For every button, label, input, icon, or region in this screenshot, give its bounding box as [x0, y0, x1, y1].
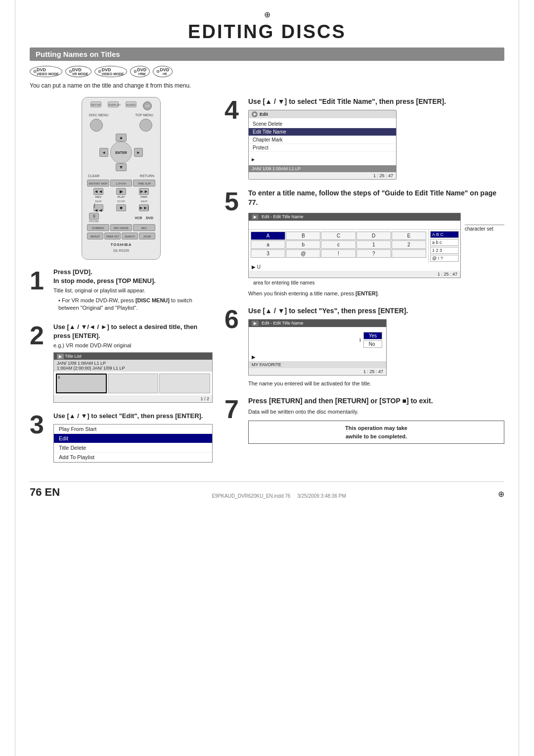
tl-screen-header: ▶ Title List [54, 353, 212, 360]
footer-file-info: E9PKAUD_DVR620KU_EN.indd 76 3/25/2009 3:… [212, 493, 346, 499]
yesno-footer-label: MY FAVORITE [249, 361, 386, 368]
zoom-btn: ZOOM [139, 233, 155, 239]
page-footer: 76 EN E9PKAUD_DVR620KU_EN.indd 76 3/25/2… [30, 481, 504, 499]
char-sidebar: A B C a b c 1 2 3 @ ! ? [428, 230, 460, 263]
tl-footer: 1 / 2 [54, 395, 212, 402]
char-3: 3 [251, 249, 285, 258]
step-2: 2 Use [▲ / ▼/◄ / ►] to select a desired … [30, 323, 213, 403]
char-E: E [392, 232, 426, 240]
page-title: EDITING DISCS [30, 21, 504, 43]
edit-screen-info: JAN/ 1/09 1:00AM L1 LP [249, 165, 396, 172]
edit-menu-chapter: Chapter Mark [249, 136, 396, 144]
dvd-badge-row: ⊙ DVD VIDEO MODE ⊙ DVD VR MODE ⊙ DVD VID… [30, 66, 504, 77]
edit-screen-pointer [252, 157, 393, 162]
step3-menu-item-2: Edit [54, 434, 212, 443]
cd-icon: CD [143, 101, 152, 110]
step6-title: Use [▲ / ▼] to select "Yes", then press … [248, 306, 504, 316]
char-pointer-row: ▶ U [249, 263, 460, 271]
char-screen-header: ▶ Edit - Edit Title Name [249, 213, 460, 221]
char-set-123: 1 2 3 [430, 247, 459, 254]
step7-note: Data will be written onto the disc momen… [248, 408, 504, 416]
step7-number: 7 [224, 396, 243, 444]
fwd-btn: ►► [139, 188, 149, 195]
dubbing-btn: DUBBING [87, 224, 109, 231]
nav-left: ◄ [99, 148, 108, 157]
char-D: D [356, 232, 391, 240]
char-set-special: @ ! ? [430, 255, 459, 262]
tl-grid: 1 [54, 372, 212, 395]
step4-title: Use [▲ / ▼] to select "Edit Title Name",… [248, 97, 504, 107]
pause-btn: ⏸ [89, 213, 99, 220]
title-list-screen: ▶ Title List JAN/ 1/09 1:00AM L1 LP 1:00… [53, 352, 213, 403]
display-button: DISPLAY [108, 101, 119, 107]
yesno-footer-time: 1 : 25 : 47 [249, 368, 386, 375]
step-1: 1 Press [DVD]. In stop mode, press [TOP … [30, 268, 213, 314]
edit-screen-footer: 1 : 25 : 47 [249, 172, 396, 179]
edit-icon: ▶ [252, 111, 258, 117]
step2-title: Use [▲ / ▼/◄ / ►] to select a desired ti… [53, 323, 213, 340]
step1-subnote: For VR mode DVD-RW, press [DISC MENU] to… [53, 297, 213, 312]
step1-number: 1 [30, 268, 48, 314]
dvd-badge-4: ⊙ DVD +RW [130, 66, 150, 77]
step-7: 7 Press [RETURN] and then [RETURN] or [S… [224, 396, 504, 444]
tl-cell-1: 1 [56, 374, 107, 393]
nav-down: ▼ [116, 163, 127, 171]
step6-after-note: The name you entered will be activated f… [248, 379, 504, 388]
step2-number: 2 [30, 323, 48, 403]
char-excl: ! [321, 249, 356, 258]
nav-up: ▲ [116, 134, 127, 142]
stop-label: STOP [117, 200, 125, 203]
step1-title: Press [DVD]. In stop mode, press [TOP ME… [53, 268, 213, 285]
skip-back-btn: |◄◄ [93, 204, 103, 211]
step3-number: 3 [30, 412, 48, 462]
char-A: A [251, 232, 285, 240]
step5-after-note: When you finish entering a title name, p… [248, 289, 504, 298]
step2-example: e.g.) VR mode DVD-RW original [53, 342, 213, 349]
search-btn: SEARCH [122, 233, 138, 239]
char-b: b [286, 240, 320, 249]
char-entry-screen: ▶ Edit - Edit Title Name A B [248, 213, 461, 278]
dvd-label: DVD [146, 216, 153, 220]
audio-button: AUDIO [126, 101, 136, 107]
edit-menu-title-name: Edit Title Name [249, 128, 396, 136]
yesno-options: Yes No [363, 332, 382, 348]
vcr-label: VCR [134, 216, 142, 220]
skip-fwd-label: SKIP [141, 200, 148, 203]
char-set-annotation: character set [465, 225, 504, 232]
model-label: SE-R0295 [87, 249, 155, 252]
step3-menu-item-4: Add To Playlist [54, 453, 212, 462]
step-3: 3 Use [▲ / ▼] to select "Edit", then pre… [30, 412, 213, 462]
rec-btn: REC [133, 224, 155, 231]
disc-menu-label: DISC MENU [89, 113, 108, 117]
tl-info-row: JAN/ 1/09 1:00AM L1 LP 1:00AM (2:00:00) … [54, 360, 212, 372]
top-menu-btn [139, 119, 152, 132]
char-annotations: character set [465, 210, 504, 241]
tl-cell-3 [159, 374, 210, 393]
rec-mode-btn: REC MODE [110, 224, 133, 231]
top-menu-label: TOP MENU [135, 113, 153, 117]
remote-body: SETUP DISPLAY AUDIO CD DISC MENU TOP MEN… [82, 97, 161, 260]
repeat-btn: REPEAT [87, 233, 103, 239]
step5-number: 5 [224, 189, 243, 298]
char-a: a [251, 240, 285, 249]
step-6: 6 Use [▲ / ▼] to select "Yes", then pres… [224, 306, 504, 387]
edit-menu-scene: Scene Delete [249, 120, 396, 128]
char-screen-body: A B C D E a b c 1 [249, 230, 460, 263]
rev-btn: ◄◄ [93, 188, 103, 195]
step3-menu-item-1: Play From Start [54, 425, 212, 434]
play-speed-btn: 1.3×0.8× [110, 180, 133, 187]
step-4: 4 Use [▲ / ▼] to select "Edit Title Name… [224, 97, 504, 180]
char-screen-footer: 1 : 25 : 47 [249, 271, 460, 278]
brand-label: TOSHIBA [87, 242, 155, 247]
char-at: @ [286, 249, 320, 258]
yesno-no: No [363, 340, 382, 348]
dvd-badge-3: ⊙ DVD VIDEO MODE [94, 66, 127, 77]
char-C: C [321, 232, 356, 240]
entry-area-annotation: area for entering title names [253, 280, 504, 285]
char-B: B [286, 232, 320, 240]
step3-menu-item-3: Title Delete [54, 443, 212, 453]
remote-illustration: SETUP DISPLAY AUDIO CD DISC MENU TOP MEN… [30, 97, 213, 260]
char-grid-area: A B C D E a b c 1 [249, 230, 428, 263]
play-btn: ▶ [116, 188, 126, 195]
nav-right: ► [134, 148, 143, 157]
